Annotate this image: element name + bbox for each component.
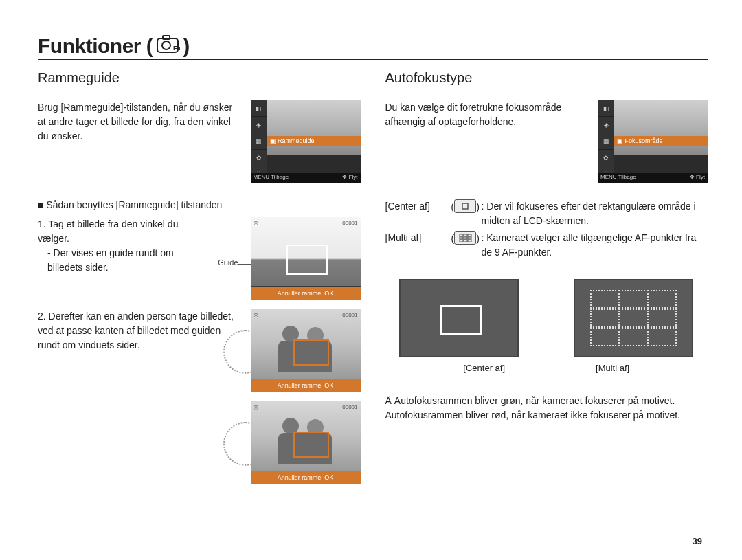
shot-step2b: ◎00001 Annuller ramme: OK (251, 401, 361, 484)
diagram-label-multi: [Multi af] (596, 363, 629, 373)
autofokus-intro: Du kan vælge dit foretrukne fokusområde … (385, 100, 589, 183)
svg-rect-10 (468, 237, 471, 239)
shot-step1: ◎00001 Annuller ramme: OK (251, 217, 361, 300)
section-heading-autofokus: Autofokustype (385, 70, 708, 89)
note-text: Autofokusrammen bliver grøn, når kamerae… (385, 395, 681, 421)
step-2: 2. Derefter kan en anden person tage bil… (38, 309, 241, 392)
svg-rect-12 (464, 240, 467, 242)
left-column: Rammeguide Brug [Rammeguide]-tilstanden,… (38, 70, 361, 493)
counter: 00001 (342, 404, 357, 410)
page-title-row: Funktioner ( Fn ) (38, 34, 708, 60)
orange-frame (293, 432, 329, 458)
step1-title: 1. Tag et billede fra den vinkel du vælg… (38, 217, 185, 246)
lcd-highlight: ▣ Rammeguide (267, 136, 361, 146)
right-column: Autofokustype Du kan vælge dit foretrukn… (385, 70, 708, 493)
subhead-text: Sådan benyttes [Rammeguide] tilstanden (46, 199, 222, 210)
lcd-highlight-text: Rammeguide (278, 137, 315, 144)
lcd-side-icon: ◧ (598, 100, 614, 117)
diagram-center-af (399, 279, 519, 357)
mode-icon: ◎ (254, 404, 258, 410)
page-title: Funktioner ( Fn ) (38, 34, 190, 58)
guide-pointer-label: Guide (194, 258, 238, 300)
mode-icon: ◎ (254, 312, 258, 318)
step1-sub: - Der vises en guide rundt om billedets … (47, 246, 185, 275)
nav-icon: ✥ (342, 174, 348, 180)
title-close: ) (183, 34, 190, 58)
mode-icon: ◎ (254, 220, 258, 226)
svg-rect-1 (163, 36, 170, 39)
frame-guide-icon: ▣ (270, 137, 278, 144)
guide-frame (286, 245, 328, 275)
af-row-center: [Center af] ( ) Der vil fokuseres efter … (385, 199, 708, 228)
lcd-rammeguide-menu: ◧ ◈ ▦ ✿ ⠿ ▣ Rammeguide MENU Tilbage ✥ Fl… (251, 100, 361, 183)
svg-rect-9 (464, 237, 467, 239)
lcd-side-icon: ◧ (251, 100, 267, 117)
shot-step2a: ◎00001 Annuller ramme: OK (251, 309, 361, 392)
svg-rect-4 (462, 203, 468, 209)
menu-icon: MENU (600, 174, 618, 180)
lcd-side-icon: ✿ (251, 150, 267, 166)
lcd-back-label: Tilbage (618, 174, 636, 180)
rammeguide-intro: Brug [Rammeguide]-tilstanden, når du øns… (38, 100, 241, 183)
svg-point-2 (162, 41, 170, 49)
lcd-side-icon: ◈ (251, 117, 267, 133)
lcd-highlight: ▣ Fokusområde (614, 136, 708, 146)
af-desc-center: Der vil fokuseres efter det rektangulære… (482, 199, 708, 228)
center-af-icon (454, 199, 476, 213)
lcd-move-label: Flyt (696, 174, 705, 180)
svg-text:Fn: Fn (173, 45, 180, 52)
af-label-multi: [Multi af] (385, 231, 451, 260)
svg-rect-13 (468, 240, 471, 242)
shot-bar: Annuller ramme: OK (251, 287, 361, 300)
af-mode-list: [Center af] ( ) Der vil fokuseres efter … (385, 199, 708, 260)
counter: 00001 (342, 312, 357, 318)
lcd-side-icon: ◈ (598, 117, 614, 133)
diagram-multi-af (574, 279, 693, 357)
menu-icon: MENU (254, 174, 271, 180)
lcd-back-label: Tilbage (271, 174, 289, 180)
lcd-side-icon: ▦ (251, 133, 267, 150)
focus-icon: ▣ (617, 137, 625, 144)
lcd-preview (614, 100, 708, 155)
svg-rect-5 (460, 234, 463, 236)
svg-rect-7 (468, 234, 471, 236)
bullet-icon: ■ (38, 199, 46, 210)
step-1: 1. Tag et billede fra den vinkel du vælg… (38, 217, 185, 300)
lcd-footer: MENU Tilbage ✥ Flyt (598, 173, 708, 183)
multi-af-icon (454, 231, 476, 245)
lcd-side-icon: ▦ (598, 133, 614, 150)
lcd-footer: MENU Tilbage ✥ Flyt (251, 173, 361, 183)
note-symbol: Ä (385, 395, 392, 406)
lcd-highlight-text: Fokusområde (625, 137, 663, 144)
af-label-center: [Center af] (385, 199, 451, 228)
shot-bar: Annuller ramme: OK (251, 471, 361, 484)
lcd-preview (267, 100, 361, 155)
page-number: 39 (693, 536, 702, 546)
lcd-side-icon: ✿ (598, 150, 614, 166)
camera-fn-icon: Fn (157, 34, 181, 58)
section-heading-rammeguide: Rammeguide (38, 70, 361, 89)
af-note: ÄAutofokusrammen bliver grøn, når kamera… (385, 394, 708, 423)
svg-rect-6 (464, 234, 467, 236)
af-desc-multi: Kameraet vælger alle tilgængelige AF-pun… (482, 231, 708, 260)
diagram-label-center: [Center af] (463, 363, 505, 373)
lcd-fokus-menu: ◧ ◈ ▦ ✿ ⠿ ▣ Fokusområde MENU Tilbage ✥ F… (598, 100, 708, 183)
orange-frame (293, 339, 329, 366)
lcd-move-label: Flyt (349, 174, 358, 180)
svg-rect-8 (460, 237, 463, 239)
counter: 00001 (342, 220, 357, 226)
svg-rect-11 (460, 240, 463, 242)
shot-bar: Annuller ramme: OK (251, 379, 361, 392)
rammeguide-subhead: ■ Sådan benyttes [Rammeguide] tilstanden (38, 199, 361, 210)
title-text: Funktioner ( (38, 34, 153, 58)
nav-icon: ✥ (690, 174, 696, 180)
af-row-multi: [Multi af] ( ) Kameraet vælger alle tilg… (385, 231, 708, 260)
